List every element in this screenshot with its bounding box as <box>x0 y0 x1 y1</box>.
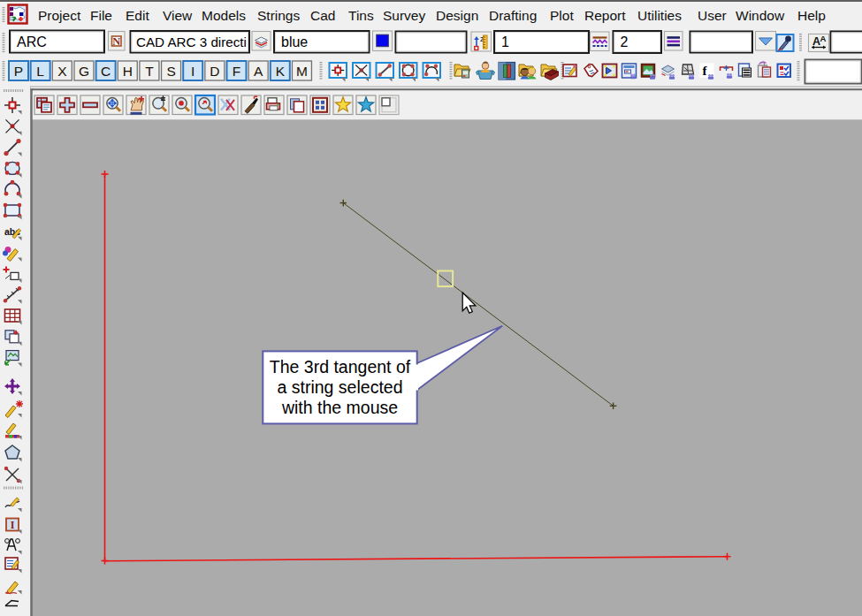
svg-text:I: I <box>191 64 195 79</box>
svg-text:G: G <box>79 64 89 79</box>
svg-text:View: View <box>163 8 193 23</box>
svg-text:S: S <box>166 64 175 79</box>
svg-text:L: L <box>36 64 44 79</box>
svg-text:Plot: Plot <box>550 8 574 23</box>
svg-text:Utilities: Utilities <box>637 8 682 23</box>
svg-text:with the mouse: with the mouse <box>281 398 398 417</box>
svg-text:Drafting: Drafting <box>489 8 537 23</box>
svg-text:Cad: Cad <box>310 8 335 23</box>
svg-text:Design: Design <box>436 8 478 23</box>
svg-text:H: H <box>123 64 133 79</box>
svg-text:I: I <box>11 519 15 531</box>
svg-text:C: C <box>101 64 111 79</box>
svg-text:blue: blue <box>281 34 308 49</box>
svg-text:P: P <box>14 64 23 79</box>
svg-text:ARC: ARC <box>17 34 47 49</box>
svg-text:a string selected: a string selected <box>278 377 403 397</box>
svg-text:Report: Report <box>584 8 626 23</box>
svg-text:Help: Help <box>797 8 826 23</box>
svg-text:Tins: Tins <box>348 8 374 23</box>
svg-text:Project: Project <box>38 8 81 23</box>
svg-text:Models: Models <box>202 8 246 23</box>
svg-text:T: T <box>145 64 154 79</box>
svg-text:Strings: Strings <box>257 8 300 23</box>
svg-text:User: User <box>698 8 727 23</box>
svg-text:Window: Window <box>736 8 785 23</box>
svg-text:2: 2 <box>621 34 629 49</box>
svg-text:D: D <box>210 64 219 79</box>
svg-text:Edit: Edit <box>126 8 149 23</box>
svg-text:K: K <box>276 64 286 79</box>
svg-text:M: M <box>296 64 308 79</box>
svg-text:File: File <box>90 8 112 23</box>
svg-text:The 3rd tangent of: The 3rd tangent of <box>270 357 411 376</box>
svg-text:N: N <box>112 35 120 48</box>
svg-text:A: A <box>254 64 263 79</box>
svg-text:X: X <box>57 64 67 79</box>
svg-text:A: A <box>820 34 827 43</box>
svg-text:1: 1 <box>501 34 509 49</box>
svg-text:CAD ARC 3 directi: CAD ARC 3 directi <box>136 34 247 49</box>
svg-text:Survey: Survey <box>383 8 425 23</box>
svg-text:F: F <box>233 64 240 79</box>
